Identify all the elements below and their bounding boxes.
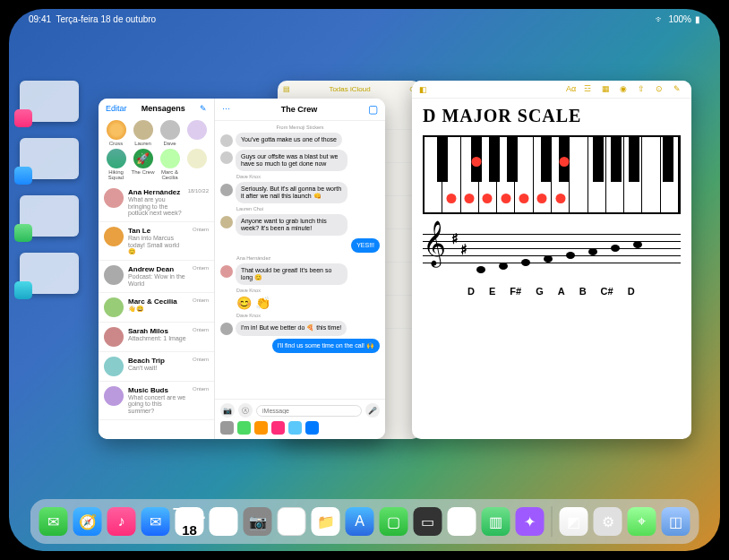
conversation-list: Ana HernándezWhat are you bringing to th…: [99, 184, 214, 439]
message-bubble[interactable]: I'm in! But we better do 🍕 this time!: [236, 321, 347, 335]
conversation-row[interactable]: Andrew DeanPodcast: Wow in the WorldOnte…: [99, 261, 214, 292]
music-mini-icon[interactable]: [271, 421, 285, 435]
stickers-mini-icon[interactable]: [288, 421, 302, 435]
mic-icon[interactable]: 🎤: [365, 403, 380, 418]
checklist-icon[interactable]: ☲: [584, 84, 595, 95]
dock-numbers-icon[interactable]: ▥: [482, 507, 510, 536]
conversation-row[interactable]: Sarah MilosAttachment: 1 ImageOntem: [99, 323, 214, 352]
music-icon: [14, 109, 32, 127]
dock-pages-icon[interactable]: ✎: [448, 507, 476, 536]
edit-button[interactable]: Editar: [106, 104, 127, 113]
dock-settings-icon[interactable]: ⚙︎: [594, 507, 622, 536]
dock-messages-icon[interactable]: ✉︎: [39, 507, 68, 536]
stage-item-freeform[interactable]: [20, 253, 79, 294]
dock-keynote-icon[interactable]: ▭: [414, 507, 442, 536]
dock-mail-icon[interactable]: ✉︎: [142, 507, 170, 536]
dock-safari-icon[interactable]: 🧭: [73, 507, 102, 536]
dock-split-icon[interactable]: ◫: [662, 507, 690, 536]
message-bubble[interactable]: Seriously. But it's all gonna be worth i…: [236, 182, 347, 203]
chat-pane: ⋯ The Crew ▢ From Memoji Stickers You've…: [215, 99, 385, 439]
pinned-dave[interactable]: Dave: [158, 120, 182, 146]
compose-icon[interactable]: ✎: [200, 104, 207, 113]
message-bubble-sent[interactable]: I'll find us some time on the cal! 🙌: [272, 339, 380, 353]
conversation-row[interactable]: Music BudsWhat concert are we going to t…: [99, 382, 214, 420]
store-mini-icon[interactable]: [220, 421, 234, 435]
dock-freeform-icon[interactable]: ✦: [516, 507, 545, 536]
format-icon[interactable]: Aα: [566, 84, 577, 95]
piano-drawing: [423, 135, 681, 214]
emoji-reaction[interactable]: 😊 👏: [236, 296, 270, 310]
chat-input-bar: 📷 Ⓐ 🎤: [215, 399, 385, 421]
dock-camera-icon[interactable]: 📷: [244, 507, 272, 536]
sticker-source-label: From Memoji Stickers: [220, 125, 380, 130]
message-bubble-sent[interactable]: YES!!!: [351, 238, 380, 253]
dock-calendar-icon[interactable]: TER.18: [176, 507, 204, 536]
dock-files-icon[interactable]: 📁: [312, 507, 340, 536]
dock-notes-icon[interactable]: ✎: [278, 507, 306, 536]
chat-title[interactable]: The Crew: [281, 105, 318, 114]
pinned-8[interactable]: [184, 149, 209, 180]
stage-item-tv[interactable]: [20, 138, 79, 179]
photos-mini-icon[interactable]: [254, 421, 268, 435]
notes-editor-window[interactable]: ◧ Aα ☲ ▦ ◉ ⇧ ⊙ ✎ D MAJOR SCALE: [412, 81, 691, 439]
dock-maps-icon[interactable]: ⌖: [628, 507, 656, 536]
sidebar-toggle-icon[interactable]: ◧: [419, 85, 427, 94]
dock-separator: [552, 506, 553, 537]
numbers-icon: [14, 224, 32, 242]
messages-window[interactable]: Editar Mensagens ✎ Cross Lauren Dave Hik…: [99, 99, 385, 439]
dock-appstore-icon[interactable]: A: [346, 507, 374, 536]
table-icon[interactable]: ▦: [602, 84, 613, 95]
dock-music-icon[interactable]: ♪: [107, 507, 136, 536]
app-drawer-icon[interactable]: Ⓐ: [238, 403, 253, 418]
treble-clef-icon: 𝄞: [423, 227, 446, 258]
compose-icon[interactable]: ✎: [673, 84, 684, 95]
status-date: Terça-feira 18 de outubro: [56, 14, 156, 24]
sharp-icon: ♯: [451, 230, 459, 247]
pinned-marc[interactable]: Marc & Cecilia: [158, 149, 182, 180]
stage-item-music[interactable]: [20, 81, 79, 122]
pinned-cross[interactable]: Cross: [104, 120, 128, 146]
more-icon[interactable]: ⊙: [656, 84, 666, 95]
folder-icon: ▤: [283, 85, 290, 93]
conversation-row[interactable]: Ana HernándezWhat are you bringing to th…: [99, 184, 214, 222]
camera-icon[interactable]: 📷: [220, 403, 235, 418]
message-bubble[interactable]: You've gotta make us one of those: [236, 133, 342, 147]
message-bubble[interactable]: That would be great! It's been so long 😊: [236, 263, 347, 285]
pinned-4[interactable]: [184, 120, 209, 146]
imessage-app-strip: [215, 421, 385, 439]
message-bubble[interactable]: Anyone want to grab lunch this week? It'…: [236, 214, 347, 236]
pinned-crew[interactable]: The Crew: [131, 149, 155, 180]
dock: ✉︎ 🧭 ♪ ✉︎ TER.18 ❀ 📷 ✎ 📁 A ▢ ▭ ✎ ▥ ✦ ◩ ⚙…: [30, 499, 699, 544]
music-staff: 𝄞 ♯ ♯: [423, 220, 681, 282]
ipad-screen: 09:41 Terça-feira 18 de outubro ᯤ 100% ▮…: [9, 9, 720, 551]
message-input[interactable]: [256, 405, 362, 417]
wifi-icon: ᯤ: [656, 14, 665, 24]
more-mini-icon[interactable]: [305, 421, 319, 435]
freeform-icon: [14, 281, 32, 299]
notes-folder-title: Todas iCloud: [329, 85, 370, 93]
message-thread[interactable]: From Memoji Stickers You've gotta make u…: [215, 121, 385, 399]
status-bar: 09:41 Terça-feira 18 de outubro ᯤ 100% ▮: [9, 14, 720, 24]
tv-icon: [14, 167, 32, 185]
chat-menu-icon[interactable]: ⋯: [222, 105, 230, 114]
conversation-row[interactable]: Tan LeRan into Marcus today! Small world…: [99, 222, 214, 261]
message-bubble[interactable]: Guys our offsite was a blast but we have…: [236, 150, 347, 171]
camera-icon[interactable]: ◉: [620, 84, 630, 95]
stage-manager-strip: [20, 81, 82, 294]
notes-canvas[interactable]: D MAJOR SCALE: [412, 99, 691, 304]
scale-letters: D E F# G A B C# D: [423, 286, 681, 297]
facetime-icon[interactable]: ▢: [368, 103, 378, 116]
dock-recent-1-icon[interactable]: ◩: [560, 507, 588, 536]
note-title: D MAJOR SCALE: [423, 106, 681, 126]
pinned-hiking[interactable]: Hiking Squad: [104, 149, 128, 180]
memoji-mini-icon[interactable]: [237, 421, 251, 435]
pinned-lauren[interactable]: Lauren: [131, 120, 155, 146]
conversation-row[interactable]: Beach TripCan't wait!Ontem: [99, 352, 214, 382]
stage-item-numbers[interactable]: [20, 195, 79, 237]
status-time: 09:41: [29, 14, 51, 24]
conversation-row[interactable]: Marc & Cecilia👋😄Ontem: [99, 293, 214, 323]
share-icon[interactable]: ⇧: [638, 84, 648, 95]
dock-facetime-icon[interactable]: ▢: [380, 507, 408, 536]
notes-toolbar: ◧ Aα ☲ ▦ ◉ ⇧ ⊙ ✎: [412, 81, 691, 99]
dock-photos-icon[interactable]: ❀: [210, 507, 238, 536]
